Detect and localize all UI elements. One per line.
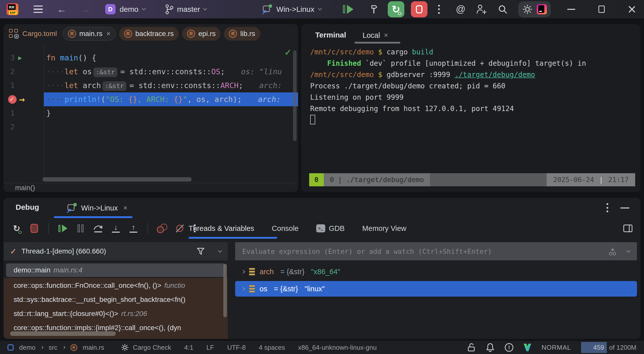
stop-icon[interactable] <box>28 222 41 235</box>
breadcrumb-item[interactable]: src <box>49 344 57 351</box>
project-selector[interactable]: D demo <box>105 4 145 14</box>
terminal-output[interactable]: /mnt/c/src/demo $ cargo build Finished `… <box>310 46 638 169</box>
pause-icon[interactable] <box>74 222 87 235</box>
variable-row[interactable]: os = {&str} "linux" <box>235 281 637 297</box>
main-menu-icon[interactable] <box>33 6 43 13</box>
settings-gear-icon[interactable] <box>522 4 533 15</box>
lock-open-icon[interactable] <box>467 343 476 352</box>
chevron-down-icon[interactable] <box>627 249 631 253</box>
mute-breakpoints-icon[interactable] <box>173 222 186 235</box>
step-out-icon[interactable]: ↑ <box>127 222 140 235</box>
editor-horizontal-scrollbar[interactable] <box>43 177 192 182</box>
editor-gutter[interactable]: 2 <box>4 65 44 79</box>
stack-frame[interactable]: std::sys::backtrace::__rust_begin_short_… <box>4 293 228 307</box>
code-line[interactable]: 2····let os:&str= std::env::consts::OS;o… <box>4 65 298 79</box>
debug-tab-memory-view[interactable]: Memory View <box>362 224 406 233</box>
view-breakpoints-icon[interactable] <box>156 222 169 235</box>
variable-row[interactable]: arch = {&str} "x86_64" <box>235 264 637 279</box>
frames-horizontal-scrollbar[interactable] <box>10 331 116 336</box>
code-line[interactable]: 2 <box>4 120 298 134</box>
status-item-cargo-check[interactable]: Cargo Check <box>133 344 171 351</box>
stack-frame[interactable]: std::rt::lang_start::{closure#0}<()> rt.… <box>4 307 228 321</box>
rerun-debug-button[interactable]: ↻ <box>388 1 404 17</box>
code-editor[interactable]: 3▶fn main() {2····let os:&str= std::env:… <box>4 43 298 177</box>
code-line[interactable]: ✓→····println!("OS: {}, ARCH: {}", os, a… <box>4 92 298 106</box>
maximize-button[interactable] <box>598 6 605 13</box>
editor-tab-main-rs[interactable]: Rmain.rs× <box>63 27 116 41</box>
forward-icon[interactable]: → <box>81 5 90 14</box>
resume-icon[interactable] <box>56 222 69 235</box>
status-item-4-1[interactable]: 4:1 <box>184 344 193 351</box>
settings-group[interactable] <box>518 2 551 17</box>
ai-assistant-icon[interactable]: @ <box>456 4 466 15</box>
close-button[interactable] <box>628 5 636 14</box>
add-watch-icon[interactable]: !+ <box>609 247 616 255</box>
status-item-lf[interactable]: LF <box>206 344 214 351</box>
code-with-me-icon[interactable] <box>476 4 487 15</box>
jetbrains-ai-icon[interactable] <box>537 4 547 14</box>
close-icon[interactable]: × <box>123 204 127 212</box>
code-line[interactable]: 1} <box>4 106 298 120</box>
divider <box>148 223 148 234</box>
editor-tab-cargo-toml[interactable]: RCargo.toml <box>9 29 57 39</box>
error-indicator-icon[interactable]: ! <box>505 343 513 352</box>
editor-tab-lib-rs[interactable]: Rlib.rs <box>224 27 260 41</box>
editor-gutter[interactable]: 1 <box>4 79 44 92</box>
breadcrumb-item[interactable]: demo <box>19 344 35 351</box>
status-item-x86-64-unknown-linux-gnu[interactable]: x86_64-unknown-linux-gnu <box>298 344 377 351</box>
run-config-selector[interactable]: ↗ Win->Linux <box>262 4 321 14</box>
vim-mode-indicator[interactable]: NORMAL <box>542 344 571 351</box>
evaluate-expression-input[interactable]: Evaluate expression (Enter) or add a wat… <box>235 242 637 260</box>
search-icon[interactable] <box>498 4 508 14</box>
library-frames-zone: core::ops::function::FnOnce::call_once<f… <box>4 278 228 339</box>
more-actions-icon[interactable] <box>438 4 440 15</box>
editor-gutter[interactable]: 3▶ <box>4 51 44 65</box>
more-icon[interactable] <box>606 202 608 213</box>
debug-session-tab[interactable]: ↗ Win->Linux × <box>67 198 127 218</box>
stack-frame[interactable]: core::ops::function::FnOnce::call_once<f… <box>4 278 228 293</box>
rerun-debug-icon[interactable]: ↻ <box>10 222 23 235</box>
resume-button[interactable] <box>343 5 353 14</box>
tab-label: GDB <box>329 224 345 233</box>
code-line[interactable]: 3▶fn main() { <box>4 51 298 65</box>
hide-tool-window-icon[interactable] <box>620 207 629 208</box>
code-line[interactable]: 1····let arch:&str= std::env::consts::AR… <box>4 79 298 92</box>
status-item-4-spaces[interactable]: 4 spaces <box>259 344 285 351</box>
frames-vertical-scrollbar[interactable] <box>223 264 227 317</box>
build-button[interactable] <box>369 4 379 15</box>
editor-gutter[interactable]: ✓→ <box>4 92 44 106</box>
layout-settings-icon[interactable] <box>623 225 632 232</box>
editor-tab-epi-rs[interactable]: Repi.rs <box>182 27 221 41</box>
rustrover-logo[interactable]: RR EAP <box>7 3 18 15</box>
step-over-icon[interactable] <box>92 222 105 235</box>
terminal-tab-local[interactable]: Local × <box>363 31 388 40</box>
debug-tab-console[interactable]: Console <box>272 224 299 233</box>
minimize-button[interactable] <box>567 9 575 10</box>
stack-frame[interactable]: demo::main main.rs:4 <box>6 263 225 277</box>
back-icon[interactable]: ← <box>57 5 66 14</box>
vim-icon[interactable] <box>523 343 531 351</box>
expand-chevron-icon[interactable] <box>241 287 245 291</box>
chevron-down-icon[interactable] <box>218 249 222 253</box>
editor-breadcrumb[interactable]: main() <box>15 184 35 192</box>
close-icon[interactable]: × <box>106 30 111 38</box>
notifications-bell-icon[interactable] <box>486 343 495 352</box>
breadcrumb-item[interactable]: main.rs <box>83 344 104 351</box>
editor-gutter[interactable]: 2 <box>4 120 44 134</box>
expand-chevron-icon[interactable] <box>241 270 245 274</box>
close-icon[interactable]: × <box>384 31 388 39</box>
step-into-icon[interactable]: ↓ <box>109 222 122 235</box>
filter-icon[interactable] <box>196 247 205 256</box>
editor-tab-backtrace-rs[interactable]: Rbacktrace.rs <box>119 27 179 41</box>
breakpoint-icon[interactable]: ✓ <box>8 95 17 104</box>
debug-tab-threads-variables[interactable]: Threads & Variables <box>189 224 254 233</box>
memory-indicator[interactable]: 459 of 1200M <box>581 342 636 353</box>
stop-button[interactable] <box>411 1 427 17</box>
branch-selector[interactable]: master <box>165 4 206 15</box>
editor-gutter[interactable]: 1 <box>4 106 44 120</box>
debug-tab-gdb[interactable]: >_GDB <box>316 224 345 233</box>
status-item-utf-8[interactable]: UTF-8 <box>227 344 246 351</box>
editor-vertical-scrollbar[interactable] <box>293 50 297 141</box>
run-line-icon[interactable]: ▶ <box>18 51 22 65</box>
thread-selector[interactable]: ✓ Thread-1-[demo] (660.660) <box>4 242 228 260</box>
